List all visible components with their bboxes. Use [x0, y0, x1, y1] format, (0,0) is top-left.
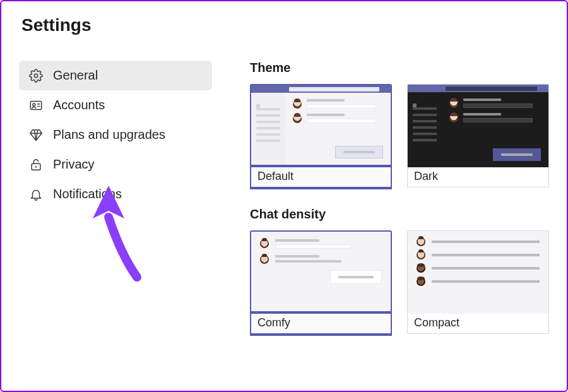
- density-option-label: Comfy: [257, 316, 384, 330]
- settings-sidebar: General Accounts: [19, 61, 212, 353]
- page-title: Settings: [21, 15, 549, 35]
- svg-point-6: [35, 166, 37, 167]
- gear-icon: [29, 69, 43, 83]
- sidebar-item-label: Accounts: [53, 98, 105, 112]
- theme-section-title: Theme: [250, 61, 549, 75]
- sidebar-item-label: Plans and upgrades: [53, 128, 165, 142]
- theme-option-default[interactable]: Default: [250, 84, 392, 189]
- theme-section: Theme: [250, 61, 549, 189]
- density-option-label: Compact: [414, 316, 542, 330]
- lock-icon: [29, 158, 43, 172]
- sidebar-item-accounts[interactable]: Accounts: [19, 90, 212, 120]
- density-comfy-preview: [250, 230, 392, 314]
- sidebar-item-label: Notifications: [53, 187, 122, 201]
- sidebar-item-label: General: [53, 68, 98, 83]
- chat-density-section-title: Chat density: [250, 207, 549, 222]
- density-option-comfy[interactable]: Comfy: [250, 230, 392, 336]
- density-option-compact[interactable]: Compact: [407, 230, 549, 336]
- sidebar-item-plans[interactable]: Plans and upgrades: [19, 120, 212, 150]
- chat-density-section: Chat density Comfy: [250, 207, 549, 336]
- sidebar-item-notifications[interactable]: Notifications: [19, 179, 212, 209]
- theme-dark-preview: [407, 84, 549, 167]
- sidebar-item-label: Privacy: [53, 157, 95, 172]
- bell-icon: [29, 187, 43, 201]
- theme-default-preview: [250, 84, 392, 167]
- theme-option-label: Default: [257, 170, 384, 183]
- settings-main: Theme: [250, 61, 549, 353]
- theme-option-label: Dark: [414, 170, 542, 183]
- id-card-icon: [29, 98, 43, 112]
- diamond-icon: [29, 128, 43, 142]
- svg-point-2: [33, 104, 35, 106]
- density-compact-preview: [407, 230, 549, 314]
- theme-option-dark[interactable]: Dark: [407, 84, 549, 189]
- sidebar-item-general[interactable]: General: [19, 61, 212, 90]
- sidebar-item-privacy[interactable]: Privacy: [19, 150, 212, 179]
- svg-point-0: [34, 74, 38, 78]
